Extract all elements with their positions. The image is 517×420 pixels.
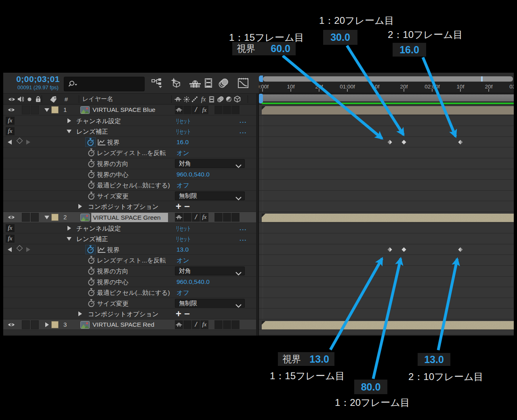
property-value[interactable]: オフ (177, 181, 189, 190)
effect-name[interactable]: チャンネル設定 (76, 225, 121, 233)
layer-name[interactable]: VIRTUAL SPACE Blue (92, 106, 156, 113)
property-row[interactable]: 最適ピクセル(...効にする)オフ (3, 287, 256, 298)
layer-label-color[interactable] (51, 106, 59, 113)
av-switch-cell[interactable] (22, 320, 30, 329)
property-row[interactable]: 視界の中心960.0,540.0 (3, 169, 256, 180)
property-value[interactable]: オン (177, 149, 189, 158)
stopwatch-icon[interactable] (86, 245, 95, 254)
effect-name[interactable]: レンズ補正 (76, 235, 108, 244)
property-row[interactable]: 視界16.0 (3, 137, 256, 148)
layer-expander[interactable] (45, 322, 49, 327)
frame-blending-toolbar-icon[interactable] (202, 73, 216, 94)
layer-switch-empty[interactable] (183, 105, 191, 114)
layer-switch-quality[interactable]: / (192, 105, 200, 114)
property-name[interactable]: 最適ピクセル(...効にする) (97, 289, 170, 297)
layer-expander[interactable] (44, 108, 49, 112)
next-keyframe-arrow[interactable] (26, 140, 30, 145)
composite-options-row[interactable]: コンポジットオプション+− (3, 201, 256, 212)
property-value[interactable]: 960.0,540.0 (177, 171, 210, 178)
index-column-label[interactable]: # (62, 94, 70, 105)
layer-switch-empty[interactable] (231, 320, 240, 329)
navigator-time-indicator[interactable] (481, 76, 483, 82)
group-expander[interactable] (67, 237, 71, 241)
av-switch-cell[interactable] (22, 105, 30, 114)
stopwatch-icon[interactable] (87, 181, 95, 189)
work-area-start-handle[interactable] (259, 94, 263, 103)
shy-column-icon[interactable] (174, 94, 182, 105)
lock-column-icon[interactable] (34, 94, 42, 105)
next-keyframe-arrow[interactable] (26, 247, 30, 252)
add-keyframe-diamond[interactable] (17, 138, 23, 144)
motion-blur-column-icon[interactable] (216, 94, 225, 105)
composition-mini-flowchart-icon[interactable] (151, 73, 164, 94)
prev-keyframe-arrow[interactable] (8, 140, 12, 145)
layer-row[interactable]: 3VIRTUAL SPACE Red/fx (3, 319, 256, 330)
property-name[interactable]: 最適ピクセル(...効にする) (97, 181, 170, 190)
composite-options-label[interactable]: コンポジットオプション (88, 310, 159, 319)
layer-label-color[interactable] (51, 214, 59, 221)
panel-splitter[interactable] (256, 94, 259, 336)
av-switch-cell[interactable] (31, 320, 39, 329)
navigator-start-handle[interactable] (259, 76, 263, 82)
composite-options-row[interactable]: コンポジットオプション+− (3, 309, 256, 319)
layer-name[interactable]: VIRTUAL SPACE Green (91, 213, 168, 222)
property-dropdown[interactable]: 無制限 (175, 299, 245, 308)
stopwatch-icon[interactable] (87, 277, 95, 286)
layer-switch-empty[interactable] (214, 320, 223, 329)
layer-switch-shy[interactable] (175, 105, 183, 114)
layer-switch-quality[interactable]: / (192, 213, 200, 222)
graph-editor-icon[interactable] (236, 73, 250, 94)
eye-icon[interactable] (8, 322, 15, 327)
property-row[interactable]: 視界13.0 (3, 244, 256, 255)
layer-switch-empty[interactable] (214, 105, 223, 114)
effect-options-dots[interactable]: ... (240, 117, 247, 124)
hide-shy-layers-icon[interactable] (188, 73, 202, 94)
eye-icon[interactable] (8, 215, 15, 220)
graph-overlay-icon[interactable] (97, 139, 106, 146)
property-value[interactable]: オン (177, 256, 189, 265)
group-expander[interactable] (67, 226, 71, 231)
layer-switch-fx[interactable]: fx (200, 320, 208, 329)
stopwatch-icon[interactable] (87, 191, 95, 200)
3d-layer-column-icon[interactable] (233, 94, 242, 105)
effect-options-dots[interactable]: ... (240, 225, 247, 231)
keyframe-diamond[interactable] (401, 140, 406, 145)
label-column-icon[interactable] (48, 94, 58, 105)
video-column-icon[interactable] (7, 94, 16, 105)
layer-switch-shy[interactable] (175, 320, 183, 329)
property-name[interactable]: 視界の中心 (97, 171, 128, 179)
layer-switch-empty[interactable] (223, 213, 231, 222)
effect-reset-link[interactable]: リセット (176, 235, 200, 244)
property-row[interactable]: サイズ変更無制限 (3, 191, 256, 202)
property-row[interactable]: 視界の中心960.0,540.0 (3, 277, 256, 288)
frame-blending-column-icon[interactable] (208, 94, 216, 105)
group-expander[interactable] (67, 130, 71, 133)
layer-duration-bar[interactable] (262, 214, 514, 222)
add-keyframe-diamond[interactable] (17, 245, 23, 251)
stopwatch-icon[interactable] (87, 159, 95, 168)
property-row[interactable]: レンズディスト...を反転オン (3, 147, 256, 158)
effect-group-row[interactable]: fxチャンネル設定リセット... (3, 116, 256, 126)
layer-switch-empty[interactable] (223, 105, 231, 114)
layer-duration-bar[interactable] (262, 106, 514, 115)
property-row[interactable]: 視界の方向対角 (3, 266, 256, 277)
property-name[interactable]: レンズディスト...を反転 (97, 256, 166, 265)
audio-column-icon[interactable] (16, 94, 25, 105)
prev-keyframe-arrow[interactable] (8, 247, 12, 252)
composite-options-add-remove[interactable]: +− (176, 201, 193, 212)
property-dropdown[interactable]: 対角 (175, 267, 245, 275)
composite-options-label[interactable]: コンポジットオプション (88, 203, 159, 211)
effect-reset-link[interactable]: リセット (176, 225, 200, 233)
layer-switch-empty[interactable] (183, 320, 191, 329)
effect-options-dots[interactable]: ... (240, 128, 247, 134)
stopwatch-icon[interactable] (87, 299, 95, 308)
layer-switch-empty[interactable] (223, 320, 231, 329)
group-expander[interactable] (78, 311, 82, 316)
group-expander[interactable] (78, 204, 82, 209)
navigator-bar[interactable] (263, 76, 513, 82)
property-name[interactable]: 視界の方向 (97, 160, 128, 168)
property-name[interactable]: サイズ変更 (97, 300, 129, 308)
property-row[interactable]: 最適ピクセル(...効にする)オフ (3, 180, 256, 191)
layer-name-column-label[interactable]: レイヤー名 (82, 94, 119, 105)
solo-column-icon[interactable] (25, 94, 34, 105)
